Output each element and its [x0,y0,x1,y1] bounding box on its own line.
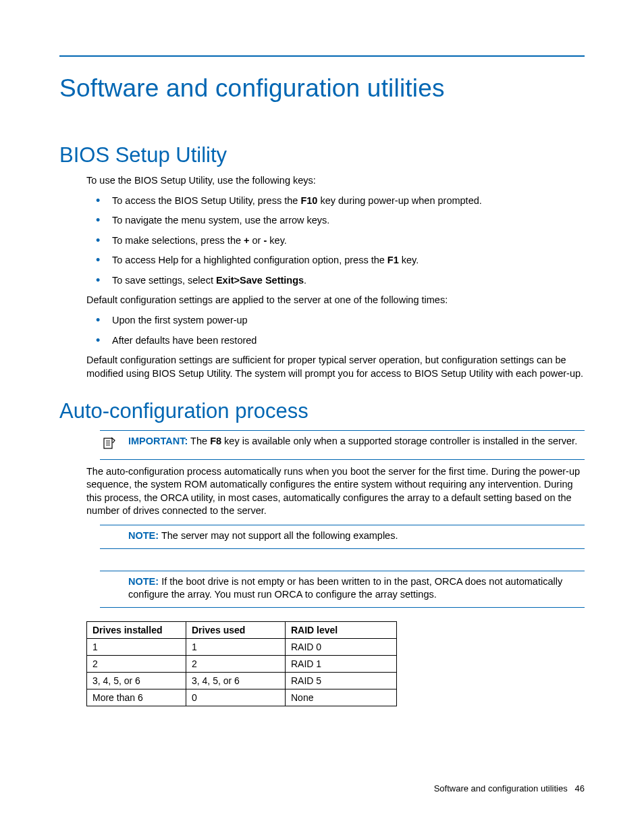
page-footer: Software and configuration utilities 46 [434,783,585,793]
bios-para2: Default configuration settings are appli… [86,294,585,307]
top-rule [59,55,585,57]
list-item: Upon the first system power-up [86,314,585,328]
bios-bullets-2: Upon the first system power-up After def… [86,314,585,347]
th-drives-used: Drives used [186,621,286,638]
page: Software and configuration utilities BIO… [0,0,644,834]
table-row: More than 6 0 None [87,689,397,706]
th-drives-installed: Drives installed [87,621,186,638]
list-item: To access Help for a highlighted configu… [86,254,585,267]
note-2: NOTE: If the boot drive is not empty or … [100,571,585,608]
table-row: 2 2 RAID 1 [87,655,397,672]
note-icon [103,436,116,454]
bios-intro: To use the BIOS Setup Utility, use the f… [86,174,585,188]
chapter-title: Software and configuration utilities [59,74,585,103]
auto-para1: The auto-configuration process automatic… [86,465,585,518]
auto-body: The auto-configuration process automatic… [86,465,585,518]
section-bios-title: BIOS Setup Utility [59,143,585,167]
note-1: NOTE: The server may not support all the… [100,525,585,549]
important-note: IMPORTANT: The F8 key is available only … [100,430,585,460]
table-row: 1 1 RAID 0 [87,638,397,655]
bios-body: To use the BIOS Setup Utility, use the f… [86,174,585,380]
table-header-row: Drives installed Drives used RAID level [87,621,397,638]
bios-bullets-1: To access the BIOS Setup Utility, press … [86,194,585,288]
important-text: IMPORTANT: The F8 key is available only … [128,435,582,448]
raid-table: Drives installed Drives used RAID level … [86,621,397,706]
list-item: After defaults have been restored [86,334,585,348]
section-auto-title: Auto-configuration process [59,399,585,423]
list-item: To save settings, select Exit>Save Setti… [86,274,585,288]
list-item: To navigate the menu system, use the arr… [86,214,585,228]
th-raid-level: RAID level [286,621,397,638]
list-item: To access the BIOS Setup Utility, press … [86,194,585,208]
table-row: 3, 4, 5, or 6 3, 4, 5, or 6 RAID 5 [87,672,397,689]
list-item: To make selections, press the + or - key… [86,234,585,248]
bios-para3: Default configuration settings are suffi… [86,354,585,380]
